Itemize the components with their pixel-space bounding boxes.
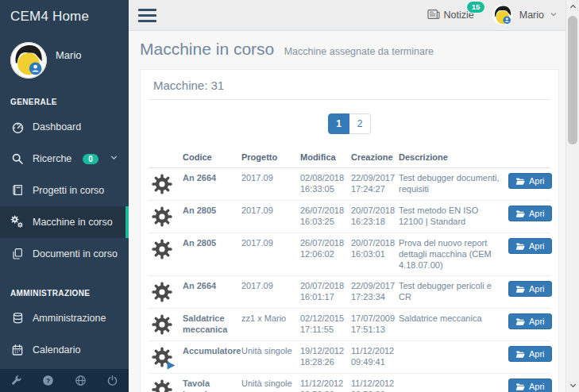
sidebar-item-progetti[interactable]: Progetti in corso xyxy=(0,175,129,206)
machine-gear-icon xyxy=(151,379,173,392)
page-subtitle: Macchine assegnate da terminare xyxy=(284,46,434,57)
open-button-label: Apri xyxy=(529,349,545,359)
wrench-icon[interactable] xyxy=(0,369,33,392)
col-icon xyxy=(149,147,180,168)
user-menu-label: Mario xyxy=(519,10,544,21)
sidebar-item-ricerche[interactable]: Ricerche 0 xyxy=(0,143,129,175)
machine-modified: 19/12/2012 18:28:26 xyxy=(298,341,349,374)
sidebar-item-label: Progetti in corso xyxy=(33,185,104,196)
col-creazione: Creazione xyxy=(349,147,396,168)
power-icon[interactable] xyxy=(97,369,129,392)
machine-code: An 2664 xyxy=(180,276,239,309)
open-button[interactable]: Apri xyxy=(508,238,552,254)
machines-panel: Macchine: 31 1 2 Codice Progetto Modific… xyxy=(140,69,559,392)
machine-description: Saldatrice meccanica xyxy=(396,309,506,341)
col-progetto: Progetto xyxy=(239,147,298,168)
machine-created: 22/09/2017 17:23:34 xyxy=(349,276,396,309)
machine-gear-icon xyxy=(151,238,173,260)
pagination-page-2[interactable]: 2 xyxy=(349,113,371,134)
machine-modified: 26/07/2018 16:03:25 xyxy=(298,201,349,233)
pagination: 1 2 xyxy=(149,113,550,134)
dashboard-icon xyxy=(10,120,25,134)
machine-project: 2017.09 xyxy=(239,276,298,309)
sidebar-item-label: Ricerche xyxy=(33,153,71,164)
machine-modified: 11/12/2012 09:50:06 xyxy=(298,374,349,392)
open-button[interactable]: Apri xyxy=(508,173,552,189)
machine-description: Test debugger pericoli e CR xyxy=(396,276,506,309)
page-header: Macchine in corso Macchine assegnate da … xyxy=(129,31,565,65)
open-button[interactable]: Apri xyxy=(508,379,552,392)
globe-icon[interactable] xyxy=(64,369,97,392)
table-row: An 2664 2017.09 02/08/2018 16:33:05 22/0… xyxy=(149,168,550,201)
open-button-label: Apri xyxy=(529,382,545,391)
machine-created: 20/07/2018 16:03:01 xyxy=(349,233,396,276)
machine-created: 17/07/2009 17:51:13 xyxy=(349,309,396,341)
machines-table: Codice Progetto Modifica Creazione Descr… xyxy=(149,147,550,392)
machine-gear-icon xyxy=(151,206,173,228)
col-azioni xyxy=(506,147,550,168)
panel-title: Macchine: 31 xyxy=(149,70,550,100)
machine-table-body: An 2664 2017.09 02/08/2018 16:33:05 22/0… xyxy=(149,168,550,392)
sidebar-item-dashboard[interactable]: Dashboard xyxy=(0,111,129,143)
notizie-count-badge: 15 xyxy=(466,1,485,13)
scrollbar[interactable] xyxy=(565,0,579,392)
top-navbar: Notizie 15 Mario xyxy=(129,0,565,31)
table-row: An 2805 2017.09 26/07/2018 12:06:02 20/0… xyxy=(149,233,550,276)
help-icon[interactable]: ? xyxy=(33,369,65,392)
machine-description: Test debugger documenti, requisiti xyxy=(396,168,506,201)
notizie-menu[interactable]: Notizie 15 xyxy=(427,9,479,22)
sidebar-item-label: Dashboard xyxy=(33,121,81,133)
scrollbar-thumb[interactable] xyxy=(568,16,577,144)
sidebar-profile: Mario xyxy=(0,29,129,86)
menu-toggle-icon[interactable] xyxy=(138,6,156,25)
machine-code: Tavola ispezione verticale xyxy=(180,374,239,392)
sidebar-item-label: Calendario xyxy=(33,344,80,355)
scroll-down-arrow[interactable] xyxy=(566,379,579,392)
machine-created: 20/07/2018 16:23:18 xyxy=(349,201,396,233)
sidebar-section-generale: GENERALE xyxy=(0,86,129,111)
machine-project: zz1 x Mario xyxy=(239,309,298,341)
sidebar-item-macchine[interactable]: Macchine in corso xyxy=(0,206,129,238)
machine-created: 22/09/2017 17:24:27 xyxy=(349,168,396,201)
sidebar-item-label: Documenti in corso xyxy=(33,248,118,259)
machine-modified: 26/07/2018 12:06:02 xyxy=(298,233,349,276)
machine-created: 11/12/2012 09:49:41 xyxy=(349,341,396,374)
open-button[interactable]: Apri xyxy=(508,281,552,297)
open-button-label: Apri xyxy=(529,284,545,294)
open-button[interactable]: Apri xyxy=(508,313,552,329)
machine-description xyxy=(396,341,506,374)
profile-name: Mario xyxy=(56,49,82,72)
main-area: Notizie 15 Mario Macchine in corso Macch… xyxy=(129,0,565,392)
open-button-label: Apri xyxy=(529,317,545,326)
sidebar-item-label: Amministrazione xyxy=(33,313,106,324)
sidebar-item-amministrazione[interactable]: Amministrazione xyxy=(0,302,129,334)
sidebar-item-documenti[interactable]: Documenti in corso xyxy=(0,238,129,270)
table-row: An 2664 2017.09 20/07/2018 16:01:17 22/0… xyxy=(149,276,550,309)
open-button-label: Apri xyxy=(529,241,545,251)
scroll-up-arrow[interactable] xyxy=(566,0,579,13)
col-modifica: Modifica xyxy=(298,147,349,168)
table-row: Accumulatore Unità singole 19/12/2012 18… xyxy=(149,341,550,374)
svg-text:?: ? xyxy=(46,377,50,385)
machine-code: An 2805 xyxy=(180,201,239,233)
sidebar-footer: ? xyxy=(0,369,129,392)
newspaper-icon xyxy=(427,9,440,22)
machine-code: An 2664 xyxy=(180,168,239,201)
machine-gear-icon xyxy=(151,346,173,368)
ricerche-count-badge: 0 xyxy=(83,154,98,164)
play-overlay-icon xyxy=(167,361,176,370)
book-icon xyxy=(10,183,25,198)
pagination-page-1[interactable]: 1 xyxy=(328,113,349,134)
open-button[interactable]: Apri xyxy=(508,346,552,362)
chevron-down-icon xyxy=(550,10,558,21)
user-menu[interactable]: Mario xyxy=(492,4,558,26)
app-title: CEM4 Home xyxy=(0,0,129,29)
gears-icon xyxy=(10,215,25,229)
page-title: Macchine in corso xyxy=(140,40,274,58)
machine-gear-icon xyxy=(151,173,173,195)
sidebar-item-calendario[interactable]: Calendario xyxy=(0,334,129,366)
open-button[interactable]: Apri xyxy=(508,206,552,221)
machine-project: Unità singole xyxy=(239,341,298,374)
machine-code: Saldatrice meccanica xyxy=(180,309,239,341)
table-row: Saldatrice meccanica zz1 x Mario 02/12/2… xyxy=(149,309,550,341)
